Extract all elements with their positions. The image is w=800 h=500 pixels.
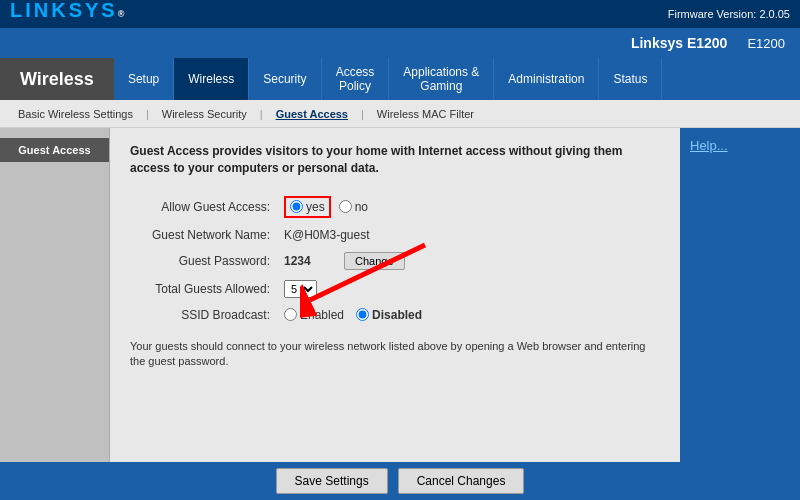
subnav-sep-1: |: [146, 108, 149, 120]
total-guests-label: Total Guests Allowed:: [130, 275, 280, 303]
allow-guest-row: Allow Guest Access: yes: [130, 191, 660, 223]
top-bar: LINKSYS® Firmware Version: 2.0.05: [0, 0, 800, 28]
yes-radio-label[interactable]: yes: [284, 196, 331, 218]
subnav-mac-filter[interactable]: Wireless MAC Filter: [369, 108, 482, 120]
enabled-radio-label[interactable]: Enabled: [284, 308, 344, 322]
model-name: Linksys E1200: [631, 35, 728, 51]
ssid-broadcast-label: SSID Broadcast:: [130, 303, 280, 327]
no-radio-input[interactable]: [339, 200, 352, 213]
no-label: no: [355, 200, 368, 214]
no-radio-label[interactable]: no: [339, 200, 368, 214]
nav-bar: Wireless Setup Wireless Security Access …: [0, 58, 800, 100]
firmware-version: Firmware Version: 2.0.05: [668, 8, 790, 20]
page-title: Wireless: [0, 58, 114, 100]
ssid-broadcast-cell: Enabled Disabled: [280, 303, 660, 327]
guest-password-label: Guest Password:: [130, 247, 280, 275]
yes-radio-input[interactable]: [290, 200, 303, 213]
subnav-guest-access[interactable]: Guest Access: [268, 108, 356, 120]
help-link[interactable]: Help...: [690, 138, 728, 153]
enabled-label: Enabled: [300, 308, 344, 322]
help-sidebar: Help...: [680, 128, 800, 462]
model-num: E1200: [747, 36, 785, 51]
yes-label: yes: [306, 200, 325, 214]
disabled-label: Disabled: [372, 308, 422, 322]
tab-access-policy[interactable]: Access Policy: [322, 58, 390, 100]
footer: Save Settings Cancel Changes: [0, 462, 800, 500]
tab-applications-gaming[interactable]: Applications & Gaming: [389, 58, 494, 100]
linksys-logo: LINKSYS®: [10, 0, 126, 29]
page-wrapper: LINKSYS® Firmware Version: 2.0.05 Linksy…: [0, 0, 800, 500]
tab-security[interactable]: Security: [249, 58, 321, 100]
tab-wireless[interactable]: Wireless: [174, 58, 249, 100]
model-bar: Linksys E1200 E1200: [0, 28, 800, 58]
ssid-broadcast-row: SSID Broadcast: Enabled Disabled: [130, 303, 660, 327]
sidebar: Guest Access: [0, 128, 110, 462]
info-text: Guest Access provides visitors to your h…: [130, 143, 660, 177]
subnav-basic[interactable]: Basic Wireless Settings: [10, 108, 141, 120]
disabled-radio-input[interactable]: [356, 308, 369, 321]
disabled-radio-label[interactable]: Disabled: [356, 308, 422, 322]
tab-status[interactable]: Status: [599, 58, 662, 100]
change-button[interactable]: Change: [344, 252, 405, 270]
ssid-radio-group: Enabled Disabled: [284, 308, 656, 322]
allow-guest-label: Allow Guest Access:: [130, 191, 280, 223]
content-main: Guest Access provides visitors to your h…: [110, 128, 680, 462]
settings-form: Allow Guest Access: yes: [130, 191, 660, 327]
content-area: Guest Access provides visitors to your h…: [110, 128, 800, 462]
allow-guest-controls: yes no: [280, 191, 660, 223]
tab-administration[interactable]: Administration: [494, 58, 599, 100]
allow-guest-radio-group: yes no: [284, 196, 656, 218]
sidebar-title: Guest Access: [0, 138, 109, 162]
subnav-wireless-security[interactable]: Wireless Security: [154, 108, 255, 120]
subnav-sep-3: |: [361, 108, 364, 120]
total-guests-cell: 5 1 2 3 4 6 7 8: [280, 275, 660, 303]
save-settings-button[interactable]: Save Settings: [276, 468, 388, 494]
guest-password-row: Guest Password: 1234 Change: [130, 247, 660, 275]
cancel-changes-button[interactable]: Cancel Changes: [398, 468, 525, 494]
main-section: Guest Access Guest Access provides visit…: [0, 128, 800, 462]
guest-password-value: 1234: [284, 254, 311, 268]
guest-network-name-row: Guest Network Name: K@H0M3-guest: [130, 223, 660, 247]
total-guests-row: Total Guests Allowed: 5 1 2 3 4 6 7 8: [130, 275, 660, 303]
sub-nav: Basic Wireless Settings | Wireless Secur…: [0, 100, 800, 128]
bottom-text: Your guests should connect to your wirel…: [130, 339, 660, 370]
total-guests-select[interactable]: 5 1 2 3 4 6 7 8: [284, 280, 317, 298]
subnav-sep-2: |: [260, 108, 263, 120]
guest-network-name-value: K@H0M3-guest: [280, 223, 660, 247]
enabled-radio-input[interactable]: [284, 308, 297, 321]
guest-network-name-label: Guest Network Name:: [130, 223, 280, 247]
guest-password-cell: 1234 Change: [280, 247, 660, 275]
yes-radio-box: yes: [284, 196, 331, 218]
tab-setup[interactable]: Setup: [114, 58, 174, 100]
